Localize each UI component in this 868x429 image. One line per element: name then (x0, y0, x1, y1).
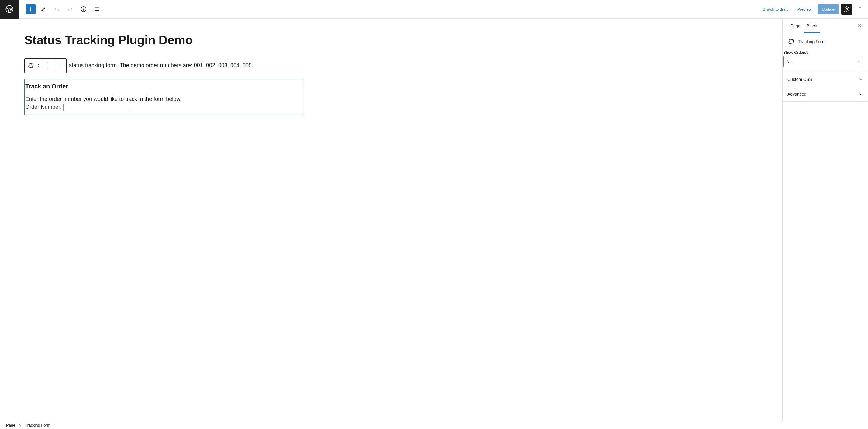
gear-icon (843, 6, 850, 12)
chevron-down-icon (858, 77, 863, 82)
options-button[interactable] (855, 4, 866, 14)
breadcrumb-current[interactable]: Tracking Form (25, 423, 50, 427)
svg-point-3 (846, 8, 848, 10)
block-movers (43, 58, 52, 73)
order-number-label: Order Number: (25, 104, 62, 110)
vertical-dots-icon (857, 6, 863, 12)
svg-point-5 (860, 9, 861, 10)
page-title[interactable]: Status Tracking Plugin Demo (24, 33, 758, 47)
editor-canvas: Status Tracking Plugin Demo (0, 19, 782, 421)
tab-page[interactable]: Page (787, 19, 804, 33)
panel-custom-css[interactable]: Custom CSS (783, 72, 868, 87)
wp-logo-home[interactable] (0, 0, 19, 19)
svg-point-9 (39, 64, 40, 65)
tracking-instructions: Enter the order number you would like to… (25, 96, 304, 102)
settings-sidebar: Page Block Tracking Form Show Orders? No… (782, 19, 868, 421)
update-button[interactable]: Update (817, 4, 839, 14)
tracking-form-icon (787, 38, 795, 45)
breadcrumb-separator (18, 424, 22, 427)
tools-button[interactable] (38, 4, 49, 14)
chevron-down-icon (858, 92, 863, 97)
list-view-icon (94, 6, 100, 12)
pencil-icon (40, 6, 47, 12)
tab-block[interactable]: Block (804, 19, 820, 33)
add-block-button[interactable] (26, 4, 36, 14)
move-up-button[interactable] (45, 60, 50, 66)
editor-top-bar: Switch to draft Preview Update (0, 0, 868, 19)
show-orders-select[interactable]: No (783, 56, 863, 67)
panel-advanced[interactable]: Advanced (783, 87, 868, 102)
panel-advanced-title: Advanced (787, 92, 806, 97)
block-toolbar (24, 58, 67, 73)
move-down-button[interactable] (45, 66, 50, 71)
tracking-form-icon (27, 62, 34, 69)
chevron-right-icon (18, 424, 22, 427)
toolbar-left (19, 4, 102, 14)
svg-point-0 (6, 5, 13, 12)
plus-icon (27, 6, 34, 12)
redo-button (65, 4, 76, 14)
svg-point-13 (60, 65, 60, 66)
redo-icon (67, 6, 73, 12)
chevron-up-icon (45, 61, 50, 64)
details-button[interactable] (78, 4, 89, 14)
undo-button (51, 4, 62, 14)
undo-icon (54, 6, 60, 12)
sidebar-block-header: Tracking Form (783, 33, 868, 50)
show-orders-field: Show Orders? No (783, 50, 868, 72)
svg-point-4 (860, 7, 861, 8)
intro-paragraph[interactable]: status tracking form. The demo order num… (69, 58, 252, 70)
drag-handle[interactable] (35, 58, 43, 73)
svg-point-11 (39, 66, 40, 67)
preview-button[interactable]: Preview (794, 5, 815, 14)
block-row: status tracking form. The demo order num… (24, 58, 758, 73)
toolbar-right: Switch to draft Preview Update (759, 4, 868, 14)
show-orders-label: Show Orders? (783, 50, 863, 55)
svg-point-10 (38, 66, 39, 67)
tracking-heading: Track an Order (25, 83, 304, 90)
editor-body: Status Tracking Plugin Demo (0, 19, 868, 421)
tracking-form-block[interactable]: Track an Order Enter the order number yo… (24, 79, 304, 115)
panel-custom-css-title: Custom CSS (787, 77, 812, 82)
block-type-button[interactable] (26, 58, 35, 73)
sidebar-block-name: Tracking Form (798, 39, 826, 44)
svg-point-2 (83, 8, 84, 8)
chevron-down-icon (45, 67, 50, 70)
close-sidebar-button[interactable] (856, 22, 863, 30)
wordpress-logo-icon (5, 5, 14, 13)
order-number-input[interactable] (63, 104, 130, 111)
settings-button[interactable] (841, 4, 852, 14)
breadcrumb-bar: Page Tracking Form (0, 421, 868, 429)
outline-button[interactable] (91, 4, 102, 14)
switch-to-draft-button[interactable]: Switch to draft (759, 5, 791, 14)
order-number-row: Order Number: (25, 104, 304, 111)
svg-point-12 (60, 64, 60, 64)
sidebar-tabs: Page Block (783, 19, 868, 33)
svg-point-6 (860, 10, 861, 11)
vertical-dots-icon (57, 63, 63, 68)
drag-icon (37, 63, 42, 68)
breadcrumb-root[interactable]: Page (6, 423, 15, 427)
close-icon (857, 23, 862, 29)
block-options-button[interactable] (56, 58, 64, 73)
info-icon (80, 6, 87, 12)
svg-point-8 (38, 64, 39, 65)
svg-point-14 (60, 67, 60, 67)
